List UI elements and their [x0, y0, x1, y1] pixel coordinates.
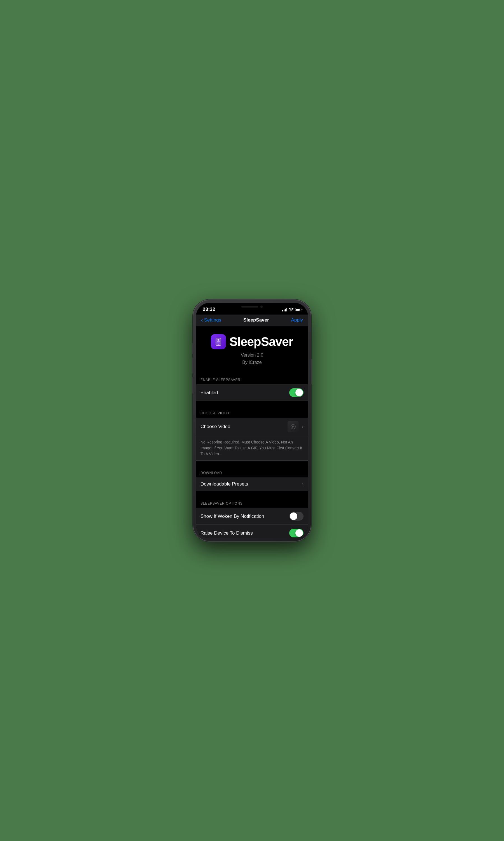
show-if-woken-row: Show If Woken By Notification [196, 508, 308, 525]
enabled-toggle[interactable] [289, 388, 304, 397]
enabled-label: Enabled [200, 390, 218, 396]
spacer-2 [196, 461, 308, 466]
speaker [241, 306, 258, 308]
video-thumb-inner [288, 421, 299, 432]
front-camera [260, 306, 263, 308]
version-line2: By iCraze [241, 359, 263, 366]
battery-icon [295, 308, 301, 311]
back-label: Settings [204, 317, 221, 323]
volume-down-button[interactable] [192, 377, 193, 393]
download-section-header: DOWNLOAD [196, 466, 308, 477]
enabled-row: Enabled [196, 384, 308, 401]
enable-section-title: ENABLE SLEEPSAVER [200, 378, 240, 382]
download-section-title: DOWNLOAD [200, 471, 222, 475]
app-title-row: SleepSaver [211, 334, 293, 349]
back-button[interactable]: ‹ Settings [201, 317, 221, 323]
back-chevron-icon: ‹ [201, 317, 203, 323]
phone-frame: 23:32 [193, 300, 311, 541]
toggle-thumb [295, 389, 303, 396]
power-button[interactable] [311, 359, 312, 384]
show-if-woken-label: Show If Woken By Notification [200, 514, 264, 519]
wifi-icon [289, 307, 293, 312]
choose-video-label: Choose Video [200, 424, 284, 429]
raise-to-dismiss-label: Raise Device To Dismiss [200, 530, 253, 536]
options-section-group: Show If Woken By Notification Raise Devi… [196, 508, 308, 538]
options-section-header: SLEEPSAVER OPTIONS [196, 496, 308, 508]
show-if-woken-toggle[interactable] [289, 512, 304, 520]
video-info-box: No Respring Required. Must Choose A Vide… [196, 436, 308, 461]
apply-button[interactable]: Apply [291, 317, 303, 323]
status-icons [282, 307, 301, 312]
mute-button[interactable] [192, 343, 193, 354]
app-name: SleepSaver [229, 335, 293, 349]
svg-point-5 [218, 344, 219, 345]
volume-up-button[interactable] [192, 357, 193, 374]
svg-rect-3 [217, 341, 220, 342]
choose-video-row[interactable]: Choose Video › [196, 418, 308, 436]
raise-to-dismiss-row: Raise Device To Dismiss [196, 525, 308, 538]
video-section-header: CHOOSE VIDEO [196, 406, 308, 418]
downloadable-presets-row[interactable]: Downloadable Presets › [196, 477, 308, 491]
svg-rect-4 [217, 343, 219, 343]
presets-chevron-icon: › [302, 482, 304, 487]
app-version: Version 2.0 By iCraze [241, 351, 263, 366]
options-section-title: SLEEPSAVER OPTIONS [200, 501, 242, 505]
navigation-bar: ‹ Settings SleepSaver Apply [196, 314, 308, 326]
notch [234, 303, 270, 311]
toggle-thumb-raise [295, 529, 303, 537]
app-header: SleepSaver Version 2.0 By iCraze [196, 326, 308, 373]
enable-section-group: Enabled [196, 384, 308, 401]
raise-to-dismiss-toggle[interactable] [289, 529, 304, 537]
spacer-3 [196, 491, 308, 496]
spacer-1 [196, 401, 308, 406]
video-thumbnail [288, 421, 299, 432]
toggle-thumb-woken [290, 512, 298, 520]
scroll-content[interactable]: SleepSaver Version 2.0 By iCraze ENABLE … [196, 326, 308, 538]
nav-title: SleepSaver [243, 317, 269, 323]
signal-icon [282, 308, 287, 311]
video-row-chevron-icon: › [302, 424, 304, 429]
screen-content: 23:32 [196, 303, 308, 538]
presets-label: Downloadable Presets [200, 481, 248, 487]
enable-section-header: ENABLE SLEEPSAVER [196, 373, 308, 384]
svg-point-2 [218, 339, 219, 341]
svg-point-0 [291, 311, 291, 311]
video-section-title: CHOOSE VIDEO [200, 411, 229, 415]
version-line1: Version 2.0 [241, 351, 263, 359]
video-info-text: No Respring Required. Must Choose A Vide… [200, 440, 302, 456]
video-section-group: Choose Video › No Respring [196, 418, 308, 461]
app-icon [211, 334, 226, 349]
download-section-group: Downloadable Presets › [196, 477, 308, 491]
phone-screen: 23:32 [196, 303, 308, 538]
status-time: 23:32 [203, 307, 215, 312]
